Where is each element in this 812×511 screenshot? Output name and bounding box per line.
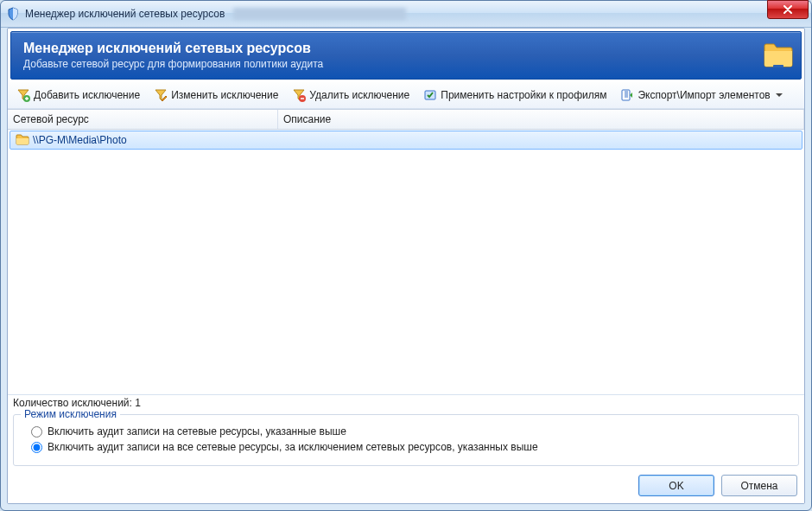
column-description[interactable]: Описание xyxy=(278,110,804,129)
mode-legend: Режим исключения xyxy=(21,408,120,420)
funnel-delete-icon xyxy=(292,88,306,102)
count-label: Количество исключений: xyxy=(13,397,132,409)
mode-groupbox: Режим исключения Включить аудит записи н… xyxy=(13,414,799,466)
close-button[interactable] xyxy=(767,0,809,19)
radio-exclude-row[interactable]: Включить аудит записи на все сетевые рес… xyxy=(31,441,790,453)
client-area: Менеджер исключений сетевых ресурсов Доб… xyxy=(7,28,805,504)
ok-button[interactable]: OK xyxy=(638,475,714,496)
count-bar: Количество исключений: 1 xyxy=(8,394,804,411)
grid-header[interactable]: Сетевой ресурс Описание xyxy=(8,110,804,130)
delete-exclusion-label: Удалить исключение xyxy=(309,89,409,101)
toolbar: Добавить исключение Изменить исключение … xyxy=(8,82,804,109)
header-banner: Менеджер исключений сетевых ресурсов Доб… xyxy=(10,31,802,80)
grid: Сетевой ресурс Описание \\PG-M\Media\Pho… xyxy=(8,109,804,394)
apply-profiles-label: Применить настройки к профилям xyxy=(441,89,606,101)
radio-include-label: Включить аудит записи на сетевые ресурсы… xyxy=(48,425,346,438)
radio-include[interactable] xyxy=(31,426,42,438)
dialog-buttons: OK Отмена xyxy=(8,469,804,503)
column-resource[interactable]: Сетевой ресурс xyxy=(8,110,278,129)
export-import-icon xyxy=(620,88,634,102)
svg-rect-0 xyxy=(773,65,783,67)
window-title: Менеджер исключений сетевых ресурсов xyxy=(25,8,225,20)
edit-exclusion-button[interactable]: Изменить исключение xyxy=(150,86,282,104)
banner-folder-icon xyxy=(763,39,794,70)
folder-mini-icon xyxy=(16,132,29,149)
funnel-edit-icon xyxy=(154,88,168,102)
titlebar[interactable]: Менеджер исключений сетевых ресурсов xyxy=(1,1,811,28)
table-row[interactable]: \\PG-M\Media\Photo xyxy=(10,131,802,150)
window-frame: Менеджер исключений сетевых ресурсов Мен… xyxy=(0,0,812,511)
cell-resource-text: \\PG-M\Media\Photo xyxy=(33,134,127,146)
add-exclusion-label: Добавить исключение xyxy=(34,89,140,101)
cancel-button[interactable]: Отмена xyxy=(721,475,797,496)
apply-icon xyxy=(423,88,437,102)
edit-exclusion-label: Изменить исключение xyxy=(171,89,278,101)
cell-resource: \\PG-M\Media\Photo xyxy=(10,132,276,149)
export-import-button[interactable]: Экспорт\Импорт элементов xyxy=(617,86,785,104)
blurred-secondary xyxy=(233,8,406,20)
count-value: 1 xyxy=(135,397,141,409)
close-icon xyxy=(783,5,792,14)
radio-include-row[interactable]: Включить аудит записи на сетевые ресурсы… xyxy=(31,425,790,438)
grid-body[interactable]: \\PG-M\Media\Photo xyxy=(8,130,804,394)
add-exclusion-button[interactable]: Добавить исключение xyxy=(13,86,143,104)
export-import-label: Экспорт\Импорт элементов xyxy=(638,89,770,101)
delete-exclusion-button[interactable]: Удалить исключение xyxy=(289,86,413,104)
dropdown-caret-icon xyxy=(776,93,783,97)
apply-profiles-button[interactable]: Применить настройки к профилям xyxy=(420,86,610,104)
funnel-add-icon xyxy=(16,88,30,102)
radio-exclude-label: Включить аудит записи на все сетевые рес… xyxy=(48,441,538,453)
app-shield-icon xyxy=(6,7,20,21)
banner-title: Менеджер исключений сетевых ресурсов xyxy=(23,41,789,56)
radio-exclude[interactable] xyxy=(31,442,42,453)
banner-subtitle: Добавьте сетевой ресурс для формирования… xyxy=(23,58,789,70)
